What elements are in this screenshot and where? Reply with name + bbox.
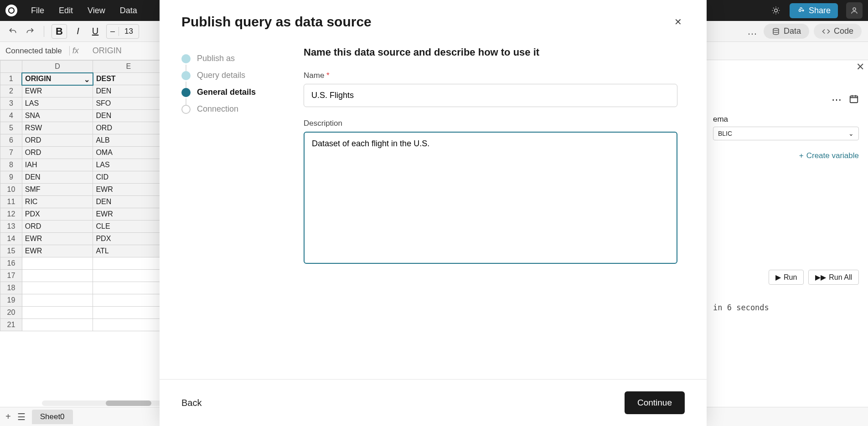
step-connection[interactable]: Connection <box>181 101 282 118</box>
name-label: Name * <box>304 71 685 80</box>
modal-form: Name this data source and describe how t… <box>304 41 685 379</box>
publish-modal: Publish query as data source ✕ Publish a… <box>160 0 707 426</box>
description-textarea[interactable] <box>304 132 677 264</box>
form-heading: Name this data source and describe how t… <box>304 46 685 58</box>
step-publish-as[interactable]: Publish as <box>181 50 282 67</box>
wizard-steps: Publish as Query details General details… <box>181 41 282 379</box>
continue-button[interactable]: Continue <box>625 391 685 414</box>
back-button[interactable]: Back <box>181 398 202 408</box>
step-general-details[interactable]: General details <box>181 84 282 101</box>
modal-title: Publish query as data source <box>181 14 372 30</box>
step-query-details[interactable]: Query details <box>181 67 282 84</box>
close-icon[interactable]: ✕ <box>672 14 685 30</box>
name-input[interactable] <box>304 84 677 107</box>
description-label: Description <box>304 119 685 128</box>
